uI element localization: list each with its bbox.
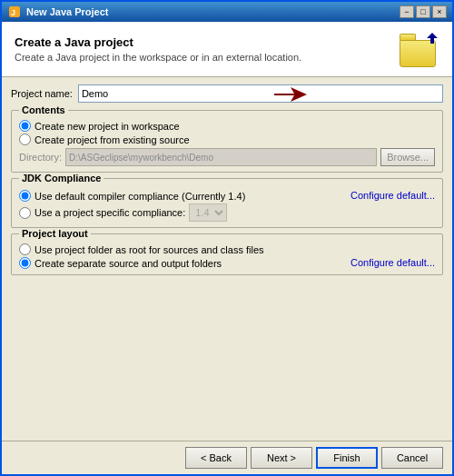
radio-jdk-default[interactable] <box>19 190 31 202</box>
folder-arrow-icon <box>425 31 439 45</box>
radio-jdk-default-label: Use default compiler compliance (Current… <box>35 191 245 202</box>
jdk-configure-link[interactable]: Configure default... <box>350 190 435 201</box>
project-name-row: Project name: <box>11 84 443 103</box>
svg-marker-3 <box>274 87 307 102</box>
directory-label: Directory: <box>19 152 62 163</box>
radio-existing[interactable] <box>19 134 31 145</box>
radio-layout-folder-label: Use project folder as root for sources a… <box>35 244 264 255</box>
layout-radio2-inner: Create separate source and output folder… <box>19 257 222 269</box>
radio-workspace-label: Create new project in workspace <box>35 121 180 132</box>
svg-text:J: J <box>11 8 15 17</box>
header-text: Create a Java project Create a Java proj… <box>15 35 301 63</box>
cancel-button[interactable]: Cancel <box>381 447 443 469</box>
bottom-bar: < Back Next > Finish Cancel <box>2 441 452 474</box>
radio-workspace[interactable] <box>19 120 31 132</box>
contents-group-contents: Create new project in workspace Create p… <box>19 120 435 166</box>
finish-button[interactable]: Finish <box>316 447 378 469</box>
project-name-label: Project name: <box>11 88 73 99</box>
layout-group: Project layout Use project folder as roo… <box>11 233 443 275</box>
title-bar: J New Java Project − □ × <box>2 2 452 22</box>
directory-input <box>65 148 377 166</box>
radio-existing-label: Create project from existing source <box>35 134 190 145</box>
layout-group-contents: Use project folder as root for sources a… <box>19 243 435 269</box>
radio-jdk-specific[interactable] <box>19 207 31 219</box>
compliance-select[interactable]: 1.4 <box>189 203 227 222</box>
jdk-group-title: JDK Compliance <box>19 173 104 183</box>
layout-radio1-row: Use project folder as root for sources a… <box>19 243 435 255</box>
jdk-default-row: Use default compiler compliance (Current… <box>19 188 435 202</box>
contents-group: Contents Create new project in workspace… <box>11 110 443 173</box>
layout-configure-link[interactable]: Configure default... <box>350 257 435 268</box>
jdk-group: JDK Compliance Use default compiler comp… <box>11 178 443 228</box>
radio-layout-separate-label: Create separate source and output folder… <box>35 258 222 269</box>
page-title: Create a Java project <box>15 35 301 49</box>
header-area: Create a Java project Create a Java proj… <box>2 22 452 77</box>
layout-radio2-row: Create separate source and output folder… <box>19 255 435 269</box>
jdk-radio1-row: Use default compiler compliance (Current… <box>19 190 245 202</box>
layout-group-title: Project layout <box>19 228 91 239</box>
title-bar-controls: − □ × <box>400 5 447 18</box>
project-name-input[interactable] <box>78 84 443 103</box>
contents-group-title: Contents <box>19 104 68 115</box>
close-button[interactable]: × <box>432 5 447 18</box>
java-icon: J <box>7 5 22 19</box>
content-area: Project name: Contents Create new projec… <box>2 77 452 441</box>
svg-marker-2 <box>427 33 438 44</box>
page-subtitle: Create a Java project in the workspace o… <box>15 52 301 63</box>
jdk-group-contents: Use default compiler compliance (Current… <box>19 188 435 222</box>
radio-existing-row: Create project from existing source <box>19 134 435 145</box>
title-bar-left: J New Java Project <box>7 5 109 19</box>
minimize-button[interactable]: − <box>400 5 414 18</box>
directory-row: Directory: Browse... <box>19 148 435 166</box>
back-button[interactable]: < Back <box>185 447 247 469</box>
window: J New Java Project − □ × Create a Java p… <box>0 0 454 476</box>
jdk-specific-row: Use a project specific compliance: 1.4 <box>19 203 435 222</box>
title-bar-label: New Java Project <box>26 6 109 17</box>
next-button[interactable]: Next > <box>251 447 312 469</box>
browse-button[interactable]: Browse... <box>380 148 435 166</box>
radio-jdk-specific-label: Use a project specific compliance: <box>35 207 185 218</box>
maximize-button[interactable]: □ <box>416 5 430 18</box>
radio-layout-separate[interactable] <box>19 257 31 269</box>
radio-layout-folder[interactable] <box>19 243 31 255</box>
folder-tab <box>400 34 416 40</box>
radio-workspace-row: Create new project in workspace <box>19 120 435 132</box>
demo-arrow-icon <box>272 85 309 104</box>
folder-icon <box>396 31 439 67</box>
